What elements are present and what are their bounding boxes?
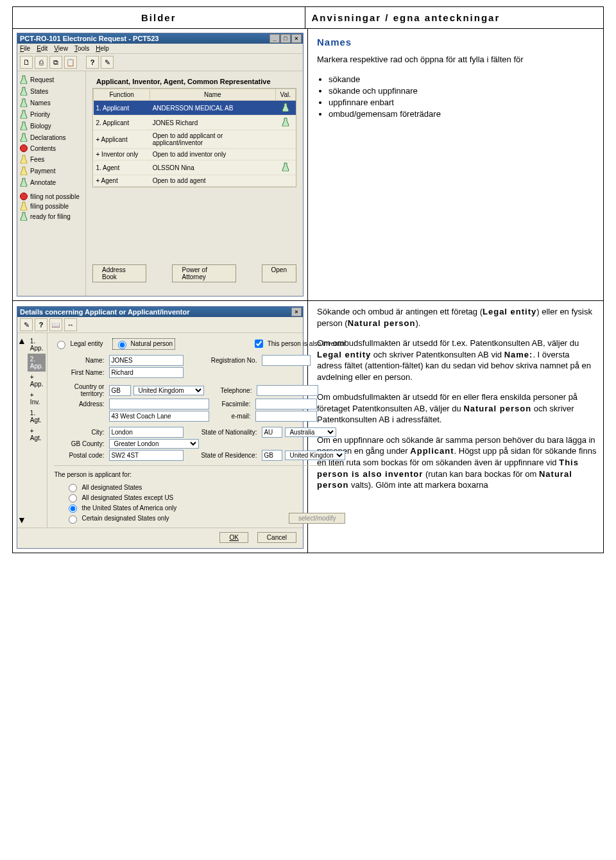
flask-icon xyxy=(282,117,289,126)
address-book-button[interactable]: Address Book xyxy=(92,264,146,282)
minimize-button[interactable]: _ xyxy=(270,34,280,43)
label-address: Address: xyxy=(54,400,107,408)
down-arrow-icon[interactable]: ▼ xyxy=(17,515,26,525)
menu-edit[interactable]: Edit xyxy=(37,45,47,52)
radio-input[interactable] xyxy=(69,484,77,492)
sidebar-item-states[interactable]: States xyxy=(20,85,84,97)
power-of-attorney-button[interactable]: Power of Attorney xyxy=(172,264,235,282)
radio-input[interactable] xyxy=(69,515,77,524)
dialog-toolbar: ✎ ? 📖 ↔ xyxy=(17,317,303,333)
menu-tools[interactable]: Tools xyxy=(74,45,89,52)
nav-icon[interactable]: ↔ xyxy=(64,318,77,331)
open-button[interactable]: Open xyxy=(262,264,296,282)
copy-icon[interactable]: ⧉ xyxy=(49,56,62,69)
dlg-side-item[interactable]: 2. App. xyxy=(28,354,46,372)
table-row[interactable]: + AgentOpen to add agent xyxy=(94,175,296,187)
book-icon[interactable]: 📖 xyxy=(49,318,62,331)
row2-image-cell: Details concerning Applicant or Applican… xyxy=(13,301,308,553)
appfor-opt[interactable]: Certain designated States only xyxy=(65,513,169,524)
res-code-field[interactable] xyxy=(262,450,282,461)
city-field[interactable] xyxy=(109,427,184,438)
sidebar-item-declarations[interactable]: Declarations xyxy=(20,132,84,143)
checkbox-input[interactable] xyxy=(255,340,263,348)
appfor-opt[interactable]: All designated States except US xyxy=(65,492,345,503)
sidebar-label: Biology xyxy=(30,123,51,130)
nat-code-field[interactable] xyxy=(262,427,282,438)
main-area: Applicant, Inventor, Agent, Common Repre… xyxy=(86,71,303,296)
section-title-names: Names xyxy=(317,37,597,47)
sidebar-label: Contents xyxy=(30,145,56,152)
dlg-side-item[interactable]: + Agt. xyxy=(28,426,46,443)
sidebar-legend: filing not possible filing possible read… xyxy=(20,188,84,221)
list-item: ombud/gemensam företrädare xyxy=(329,109,597,119)
menu-view[interactable]: View xyxy=(54,45,68,52)
label-fax: Facsimile: xyxy=(212,400,253,408)
email-field[interactable] xyxy=(255,411,317,422)
address-field-1[interactable] xyxy=(109,399,209,409)
new-icon[interactable]: 🗋 xyxy=(20,56,33,69)
sidebar-item-fees[interactable]: Fees xyxy=(20,153,84,165)
ok-button[interactable]: OK xyxy=(219,532,248,543)
dlg-side-item[interactable]: + App. xyxy=(28,372,46,390)
sidebar-item-names[interactable]: Names xyxy=(20,97,84,108)
res-select[interactable]: United Kingdom xyxy=(285,451,345,460)
help-icon[interactable]: ? xyxy=(35,318,47,331)
appfor-opt[interactable]: All designated States xyxy=(65,482,345,492)
table-row[interactable]: 1. ApplicantANDERSSON MEDICAL AB xyxy=(94,101,296,116)
sidebar-label: Names xyxy=(30,99,51,107)
maximize-button[interactable]: □ xyxy=(280,34,291,43)
dlg-side-item[interactable]: 1. Agt. xyxy=(28,408,46,426)
regno-field[interactable] xyxy=(262,355,311,366)
gbcounty-select[interactable]: Greater London xyxy=(109,439,199,449)
table-row[interactable]: 2. ApplicantJONES Richard xyxy=(94,116,296,130)
dlg-side-item[interactable]: 1. App. xyxy=(28,336,46,354)
radio-input[interactable] xyxy=(69,504,77,513)
appfor-opt[interactable]: the United States of America only xyxy=(65,503,345,513)
flask-icon xyxy=(20,121,28,130)
cancel-button[interactable]: Cancel xyxy=(257,532,296,543)
dialog-form: Legal entity Natural person This person … xyxy=(47,333,352,528)
sidebar-item-biology[interactable]: Biology xyxy=(20,120,84,132)
telephone-field[interactable] xyxy=(257,385,318,396)
sidebar-item-contents[interactable]: Contents xyxy=(20,143,84,153)
cell-name: Open to add agent xyxy=(150,175,275,187)
country-select[interactable]: United Kingdom xyxy=(133,386,204,395)
tool-icon[interactable]: ✎ xyxy=(20,318,33,331)
select-modify-button[interactable]: select/modify xyxy=(289,513,345,524)
table-row[interactable]: + ApplicantOpen to add applicant or appl… xyxy=(94,130,296,149)
radio-input[interactable] xyxy=(57,341,65,349)
table-row[interactable]: + Inventor onlyOpen to add inventor only xyxy=(94,149,296,160)
close-button[interactable]: × xyxy=(291,307,302,316)
up-arrow-icon[interactable]: ▲ xyxy=(17,336,26,346)
cell-func: 2. Applicant xyxy=(94,116,150,130)
sidebar-item-request[interactable]: Request xyxy=(20,74,84,85)
paste-icon[interactable]: 📋 xyxy=(64,56,77,69)
table-row[interactable]: 1. AgentOLSSON Nina xyxy=(94,160,296,175)
address-field-2[interactable] xyxy=(109,411,209,422)
print-icon[interactable]: ⎙ xyxy=(35,56,47,69)
fax-field[interactable] xyxy=(255,399,317,409)
radio-input[interactable] xyxy=(69,494,77,503)
sidebar-item-annotate[interactable]: Annotate xyxy=(20,176,84,188)
radio-legal-entity[interactable]: Legal entity xyxy=(54,339,103,349)
sidebar-item-priority[interactable]: Priority xyxy=(20,108,84,120)
name-field[interactable] xyxy=(109,355,184,366)
menu-file[interactable]: File xyxy=(20,45,30,52)
help-icon[interactable]: ? xyxy=(86,56,99,69)
dialog-body: ▲ ▼ 1. App. 2. App. + App. + Inv. 1. Agt… xyxy=(17,333,303,528)
postal-field[interactable] xyxy=(109,450,184,461)
instruction-list: sökande sökande och uppfinnare uppfinnar… xyxy=(329,74,597,119)
checkbox-also-inventor[interactable]: This person is also inventor xyxy=(252,338,346,350)
sidebar-item-payment[interactable]: Payment xyxy=(20,165,84,176)
close-button[interactable]: × xyxy=(291,34,302,43)
dlg-side-item[interactable]: + Inv. xyxy=(28,390,46,408)
radio-natural-person[interactable]: Natural person xyxy=(112,338,176,350)
legend-label: filing not possible xyxy=(30,193,80,200)
first-name-field[interactable] xyxy=(109,367,184,378)
menu-help[interactable]: Help xyxy=(96,45,109,52)
cell-name: OLSSON Nina xyxy=(150,160,275,175)
nat-select[interactable]: Australia xyxy=(285,427,336,437)
country-code-field[interactable] xyxy=(109,385,131,396)
check-icon[interactable]: ✎ xyxy=(101,56,114,69)
radio-input[interactable] xyxy=(118,341,126,349)
